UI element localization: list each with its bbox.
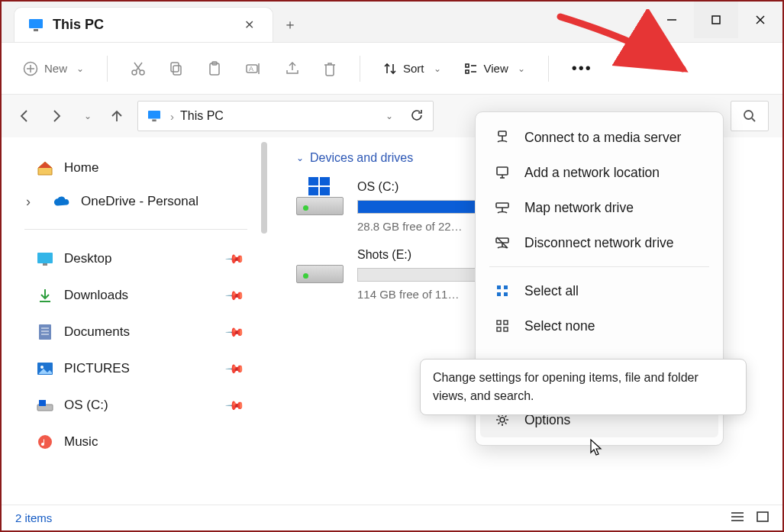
sidebar-item-home[interactable]: Home (18, 151, 267, 185)
more-button[interactable]: ••• (567, 55, 597, 82)
sidebar-item-downloads[interactable]: Downloads 📌 (18, 277, 267, 314)
new-tab-button[interactable]: ＋ (273, 7, 307, 42)
select-all-icon (494, 282, 511, 299)
svg-rect-29 (43, 263, 47, 266)
svg-line-27 (752, 118, 755, 121)
sidebar-item-documents[interactable]: Documents 📌 (18, 314, 267, 350)
svg-rect-45 (497, 167, 508, 175)
map-drive-icon (494, 199, 511, 216)
documents-icon (37, 324, 53, 340)
minimize-button[interactable] (650, 2, 694, 38)
refresh-button[interactable] (410, 108, 424, 124)
navigation-pane: Home OneDrive - Personal Desktop 📌 Downl… (2, 137, 267, 505)
rename-button[interactable]: A (240, 56, 266, 81)
title-bar: This PC ✕ ＋ (2, 2, 782, 43)
pin-icon: 📌 (224, 285, 246, 306)
svg-rect-1 (34, 29, 38, 31)
svg-rect-30 (39, 324, 51, 340)
menu-add-network-location[interactable]: Add a network location (480, 155, 718, 190)
item-count: 2 items (15, 511, 52, 524)
share-button[interactable] (280, 56, 305, 81)
cut-button[interactable] (126, 56, 150, 81)
svg-rect-13 (173, 66, 181, 75)
sidebar-item-osc[interactable]: OS (C:) 📌 (18, 387, 267, 424)
cursor-icon (589, 438, 605, 456)
details-view-button[interactable] (731, 511, 744, 524)
menu-select-all[interactable]: Select all (480, 273, 718, 308)
svg-rect-56 (504, 292, 508, 296)
monitor-icon (28, 18, 44, 32)
chevron-down-icon: ⌄ (76, 63, 84, 74)
download-icon (37, 287, 53, 304)
breadcrumb[interactable]: This PC (180, 109, 224, 123)
svg-rect-57 (497, 321, 501, 324)
pin-icon: 📌 (224, 358, 246, 379)
svg-rect-43 (498, 131, 506, 136)
media-server-icon (494, 129, 511, 146)
menu-map-network-drive[interactable]: Map network drive (480, 190, 718, 225)
menu-disconnect-network-drive[interactable]: Disconnect network drive (480, 225, 718, 260)
svg-point-35 (40, 366, 44, 369)
sidebar-item-desktop[interactable]: Desktop 📌 (18, 240, 267, 277)
svg-rect-37 (39, 400, 46, 406)
sidebar-item-onedrive[interactable]: OneDrive - Personal (18, 185, 267, 218)
new-button[interactable]: New ⌄ (18, 56, 89, 81)
back-button[interactable] (15, 106, 35, 126)
cloud-icon (53, 193, 70, 210)
svg-rect-55 (497, 292, 501, 296)
pin-icon: 📌 (224, 248, 246, 269)
svg-rect-54 (504, 285, 508, 289)
recent-button[interactable]: ⌄ (76, 106, 96, 126)
delete-button[interactable] (318, 56, 341, 81)
svg-rect-59 (497, 327, 501, 331)
large-icons-view-button[interactable] (757, 511, 769, 524)
svg-rect-60 (504, 327, 508, 331)
maximize-button[interactable] (694, 2, 738, 38)
usage-bar (357, 268, 479, 282)
svg-rect-24 (148, 111, 160, 119)
network-location-icon (494, 164, 511, 181)
chevron-down-icon: ⌄ (518, 63, 525, 74)
menu-select-none[interactable]: Select none (480, 308, 718, 343)
chevron-down-icon: ⌄ (434, 63, 441, 74)
monitor-icon (147, 110, 161, 122)
crumb-sep-icon: › (170, 110, 174, 123)
tooltip: Change settings for opening items, file … (420, 359, 747, 415)
svg-rect-3 (712, 16, 720, 24)
tab-close-button[interactable]: ✕ (238, 15, 260, 35)
sidebar-item-music[interactable]: Music (18, 424, 267, 460)
pin-icon: 📌 (224, 321, 246, 343)
tab-this-pc[interactable]: This PC ✕ (14, 7, 273, 42)
chevron-down-icon[interactable]: ⌄ (386, 111, 393, 121)
status-bar: 2 items (2, 505, 782, 530)
up-button[interactable] (107, 106, 127, 126)
search-button[interactable] (731, 101, 769, 131)
svg-rect-14 (171, 63, 179, 72)
pictures-icon (37, 360, 53, 377)
drive-icon (37, 397, 53, 414)
sidebar-item-pictures[interactable]: PICTURES 📌 (18, 350, 267, 387)
address-bar[interactable]: › This PC ⌄ (137, 101, 434, 131)
svg-rect-28 (37, 253, 53, 263)
svg-rect-0 (29, 19, 43, 28)
svg-rect-25 (152, 119, 156, 121)
view-button[interactable]: View ⌄ (460, 57, 530, 80)
svg-point-38 (38, 435, 52, 449)
tab-title: This PC (53, 17, 104, 33)
sort-button[interactable]: Sort ⌄ (379, 57, 446, 80)
drive-icon (296, 180, 344, 215)
drive-icon (296, 248, 344, 283)
chevron-down-icon: ⌄ (296, 153, 304, 163)
disconnect-drive-icon (494, 234, 511, 251)
forward-button[interactable] (46, 106, 66, 126)
command-bar: New ⌄ A Sort ⌄ View ⌄ ••• (2, 43, 782, 95)
copy-button[interactable] (164, 56, 189, 81)
usage-bar (357, 200, 479, 214)
paste-button[interactable] (202, 56, 227, 81)
close-button[interactable] (738, 2, 782, 38)
svg-rect-21 (466, 70, 469, 73)
desktop-icon (37, 250, 53, 267)
svg-text:A: A (249, 65, 253, 73)
menu-connect-media-server[interactable]: Connect to a media server (480, 120, 718, 155)
select-none-icon (494, 318, 511, 334)
